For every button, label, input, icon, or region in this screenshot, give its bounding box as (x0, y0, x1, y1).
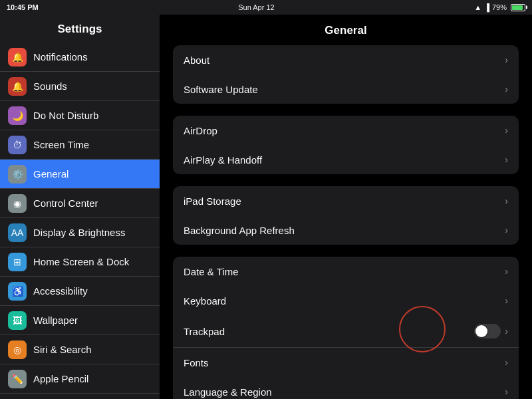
notifications-icon: 🔔 (8, 48, 27, 66)
settings-row-fonts[interactable]: Fonts› (173, 348, 519, 377)
control-center-icon: ◉ (8, 194, 27, 213)
settings-row-trackpad[interactable]: Trackpad› (173, 315, 519, 348)
sidebar-label-display-brightness: Display & Brightness (33, 227, 125, 238)
chevron-fonts: › (505, 357, 508, 368)
wifi-icon: ▲ (474, 3, 481, 11)
sidebar-label-general: General (33, 168, 68, 180)
sounds-icon: 🔔 (8, 77, 27, 96)
sidebar-label-accessibility: Accessibility (33, 285, 88, 297)
sidebar-label-notifications: Notifications (33, 51, 88, 63)
sidebar-item-display-brightness[interactable]: AADisplay & Brightness (0, 218, 160, 247)
settings-row-date-time[interactable]: Date & Time› (173, 257, 519, 286)
settings-group-group1: About›Software Update› (173, 45, 519, 104)
settings-row-airdrop[interactable]: AirDrop› (173, 116, 519, 145)
sidebar-item-notifications[interactable]: 🔔Notifications (0, 43, 160, 72)
sidebar-label-wallpaper: Wallpaper (33, 315, 78, 326)
sidebar-item-accessibility[interactable]: ♿Accessibility (0, 277, 160, 306)
content-title: General (173, 15, 519, 45)
chevron-trackpad: › (505, 326, 508, 336)
toggle-knob-trackpad (475, 325, 487, 337)
sidebar-label-control-center: Control Center (33, 198, 98, 209)
row-label-software-update: Software Update (184, 84, 258, 95)
row-label-ipad-storage: iPad Storage (184, 196, 241, 207)
content-area: General About›Software Update›AirDrop›Ai… (160, 15, 532, 399)
do-not-disturb-icon: 🌙 (8, 106, 27, 125)
chevron-date-time: › (505, 266, 508, 277)
sidebar-label-sounds: Sounds (33, 80, 67, 92)
toggle-trackpad[interactable] (474, 324, 501, 338)
sidebar-item-general[interactable]: ⚙️General (0, 160, 160, 189)
chevron-airplay-handoff: › (505, 154, 508, 165)
status-time: 10:45 PM (7, 3, 39, 11)
sidebar-item-face-id[interactable]: 👤Face ID & Passcode (0, 394, 160, 399)
row-label-trackpad: Trackpad (184, 326, 225, 337)
accessibility-icon: ♿ (8, 282, 27, 301)
sidebar-item-apple-pencil[interactable]: ✏️Apple Pencil (0, 364, 160, 394)
sidebar-label-screen-time: Screen Time (33, 139, 89, 150)
signal-icon: ▐ (484, 3, 489, 11)
wallpaper-icon: 🖼 (8, 311, 27, 330)
home-screen-dock-icon: ⊞ (8, 253, 27, 271)
settings-group-group3: iPad Storage›Background App Refresh› (173, 186, 519, 245)
settings-row-language-region[interactable]: Language & Region› (173, 377, 519, 399)
settings-group-group4: Date & Time›Keyboard›Trackpad›Fonts›Lang… (173, 257, 519, 399)
status-indicators: ▲ ▐ 79% (474, 3, 525, 11)
sidebar-title: Settings (0, 15, 160, 43)
row-label-fonts: Fonts (184, 357, 209, 368)
display-brightness-icon: AA (8, 223, 27, 242)
row-label-date-time: Date & Time (184, 266, 239, 277)
row-label-about: About (184, 55, 209, 66)
sidebar-item-home-screen-dock[interactable]: ⊞Home Screen & Dock (0, 247, 160, 277)
sidebar-item-siri-search[interactable]: ◎Siri & Search (0, 335, 160, 364)
siri-search-icon: ◎ (8, 340, 27, 359)
sidebar: Settings 🔔Notifications🔔Sounds🌙Do Not Di… (0, 15, 160, 399)
settings-row-ipad-storage[interactable]: iPad Storage› (173, 186, 519, 215)
settings-row-software-update[interactable]: Software Update› (173, 74, 519, 104)
chevron-airdrop: › (505, 125, 508, 136)
sidebar-item-do-not-disturb[interactable]: 🌙Do Not Disturb (0, 101, 160, 130)
chevron-keyboard: › (505, 295, 508, 306)
settings-row-background-refresh[interactable]: Background App Refresh› (173, 215, 519, 245)
row-label-background-refresh: Background App Refresh (184, 225, 295, 236)
sidebar-item-screen-time[interactable]: ⏱Screen Time (0, 130, 160, 160)
sidebar-item-control-center[interactable]: ◉Control Center (0, 189, 160, 218)
chevron-ipad-storage: › (505, 196, 508, 206)
settings-group-group2: AirDrop›AirPlay & Handoff› (173, 116, 519, 174)
sidebar-label-apple-pencil: Apple Pencil (33, 373, 88, 384)
battery-percent: 79% (492, 3, 507, 11)
sidebar-item-wallpaper[interactable]: 🖼Wallpaper (0, 306, 160, 335)
row-label-keyboard: Keyboard (184, 295, 226, 307)
sidebar-label-home-screen-dock: Home Screen & Dock (33, 256, 129, 267)
sidebar-label-siri-search: Siri & Search (33, 344, 92, 355)
sidebar-label-do-not-disturb: Do Not Disturb (33, 110, 98, 121)
general-icon: ⚙️ (8, 165, 27, 184)
battery-icon (511, 4, 525, 11)
chevron-language-region: › (505, 386, 508, 397)
row-label-airdrop: AirDrop (184, 125, 217, 136)
main-layout: Settings 🔔Notifications🔔Sounds🌙Do Not Di… (0, 15, 532, 399)
apple-pencil-icon: ✏️ (8, 370, 27, 388)
settings-row-airplay-handoff[interactable]: AirPlay & Handoff› (173, 145, 519, 174)
settings-row-about[interactable]: About› (173, 45, 519, 74)
row-label-airplay-handoff: AirPlay & Handoff (184, 154, 262, 166)
status-bar: 10:45 PM Sun Apr 12 ▲ ▐ 79% (0, 0, 532, 15)
screen-time-icon: ⏱ (8, 136, 27, 154)
battery-fill (512, 5, 523, 10)
settings-row-keyboard[interactable]: Keyboard› (173, 286, 519, 315)
sidebar-item-sounds[interactable]: 🔔Sounds (0, 72, 160, 101)
chevron-software-update: › (505, 84, 508, 94)
status-date: Sun Apr 12 (238, 3, 274, 11)
chevron-about: › (505, 55, 508, 65)
chevron-background-refresh: › (505, 225, 508, 235)
row-label-language-region: Language & Region (184, 386, 272, 398)
